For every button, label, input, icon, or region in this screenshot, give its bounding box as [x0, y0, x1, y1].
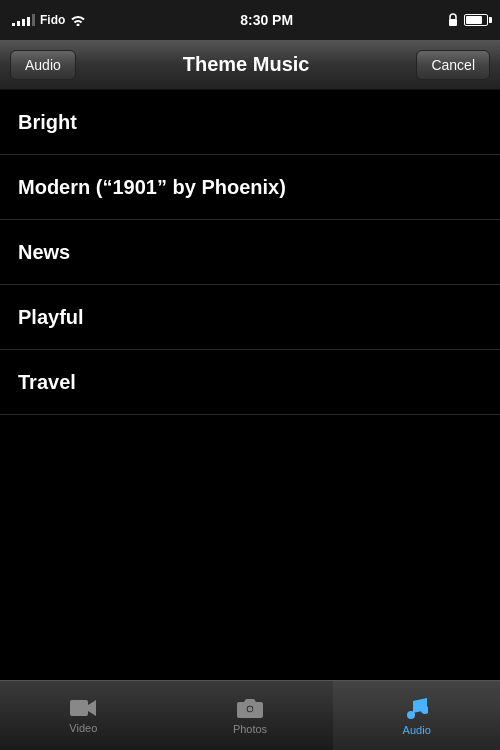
- list-item-label: Playful: [18, 306, 84, 329]
- list-item-label: Modern (“1901” by Phoenix): [18, 176, 286, 199]
- music-icon: [406, 696, 428, 720]
- tab-photos[interactable]: Photos: [167, 681, 334, 750]
- tab-video[interactable]: Video: [0, 681, 167, 750]
- list-item[interactable]: Travel: [0, 350, 500, 415]
- video-icon: [69, 698, 97, 718]
- navigation-bar: Audio Theme Music Cancel: [0, 40, 500, 90]
- theme-list: BrightModern (“1901” by Phoenix)NewsPlay…: [0, 90, 500, 415]
- svg-point-3: [248, 706, 253, 711]
- lock-icon: [447, 13, 459, 27]
- wifi-icon: [70, 14, 86, 26]
- list-item[interactable]: Modern (“1901” by Phoenix): [0, 155, 500, 220]
- tab-video-label: Video: [69, 722, 97, 734]
- list-item-label: Travel: [18, 371, 76, 394]
- signal-icon: [12, 14, 35, 26]
- tab-photos-label: Photos: [233, 723, 267, 735]
- status-bar: Fido 8:30 PM: [0, 0, 500, 40]
- audio-button[interactable]: Audio: [10, 50, 76, 80]
- status-time: 8:30 PM: [240, 12, 293, 28]
- svg-rect-1: [70, 700, 88, 716]
- status-left: Fido: [12, 13, 86, 27]
- list-item-label: Bright: [18, 111, 77, 134]
- cancel-button[interactable]: Cancel: [416, 50, 490, 80]
- tab-bar: Video Photos Audio: [0, 680, 500, 750]
- camera-icon: [237, 697, 263, 719]
- battery-icon: [464, 14, 488, 26]
- carrier-label: Fido: [40, 13, 65, 27]
- list-item[interactable]: Bright: [0, 90, 500, 155]
- list-item[interactable]: Playful: [0, 285, 500, 350]
- svg-rect-0: [449, 19, 457, 26]
- page-title: Theme Music: [76, 53, 417, 76]
- svg-point-4: [407, 711, 415, 719]
- status-right: [447, 13, 488, 27]
- tab-audio[interactable]: Audio: [333, 681, 500, 750]
- battery-fill: [466, 16, 482, 24]
- list-item[interactable]: News: [0, 220, 500, 285]
- tab-audio-label: Audio: [403, 724, 431, 736]
- list-item-label: News: [18, 241, 70, 264]
